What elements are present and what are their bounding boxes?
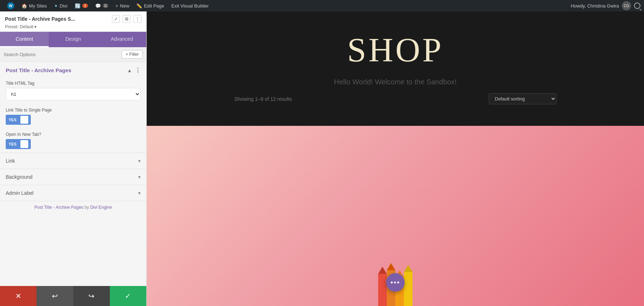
filter-button[interactable]: + Filter xyxy=(122,50,143,59)
search-bar: + Filter xyxy=(0,47,146,62)
new-button[interactable]: + New xyxy=(112,0,133,11)
left-panel: Post Title - Archive Pages S... ⤢ ⊞ ⋮ Pr… xyxy=(0,11,147,306)
bottom-action-bar: ✕ ↩ ↪ ✓ xyxy=(0,286,146,306)
preview-area: SHOP Hello World! Welcome to the Sandbox… xyxy=(147,11,644,306)
shop-meta-bar: Showing 1–9 of 12 results Default sortin… xyxy=(234,93,556,104)
comments-button[interactable]: 💬 0 xyxy=(92,0,112,11)
admin-bar-left: W 🏠 My Sites ✦ Divi 🔄 3 💬 0 + New ✏️ Edi… xyxy=(4,0,571,11)
panel-title: Post Title - Archive Pages S... xyxy=(5,16,75,22)
footer-author-link[interactable]: Divi Engine xyxy=(90,205,112,210)
open-in-new-tab-toggle[interactable]: YES xyxy=(6,139,31,149)
admin-bar-right: Howdy, Christina Gwira CG xyxy=(571,1,640,10)
divi-button[interactable]: ✦ Divi xyxy=(50,0,71,11)
preview-hero: SHOP Hello World! Welcome to the Sandbox… xyxy=(147,11,644,126)
toggle-handle-2 xyxy=(20,140,28,148)
background-section-header[interactable]: Background ▾ xyxy=(0,169,146,185)
footer-module-link[interactable]: Post Title - Archive Pages xyxy=(34,205,83,210)
wordpress-logo-button[interactable]: W xyxy=(4,0,18,11)
admin-label-chevron-icon: ▾ xyxy=(138,190,141,196)
shop-results: Showing 1–9 of 12 results xyxy=(234,96,292,102)
panel-content: Post Title - Archive Pages ▲ ⋮ Title HTM… xyxy=(0,62,146,286)
toggle-yes-label-2: YES xyxy=(6,139,19,149)
shop-subtitle: Hello World! Welcome to the Sandbox! xyxy=(334,78,457,86)
pencil-tip-red xyxy=(378,267,387,274)
tab-advanced[interactable]: Advanced xyxy=(98,32,146,47)
preset-selector[interactable]: Preset: Default ▾ xyxy=(5,24,141,29)
link-title-toggle[interactable]: YES xyxy=(6,115,31,125)
my-sites-button[interactable]: 🏠 My Sites xyxy=(18,0,50,11)
link-title-toggle-row: YES xyxy=(6,115,141,125)
floating-menu-button[interactable]: ••• xyxy=(386,273,405,292)
tab-content[interactable]: Content xyxy=(0,32,49,47)
title-html-tag-select[interactable]: h1 h2 h3 h4 h5 h6 p span xyxy=(6,88,141,100)
tab-design[interactable]: Design xyxy=(49,32,97,47)
shop-title: SHOP xyxy=(347,33,443,67)
link-title-label: Link Title to Single Page xyxy=(6,108,141,113)
search-input[interactable] xyxy=(4,52,119,57)
toggle-yes-label: YES xyxy=(6,115,19,125)
background-chevron-icon: ▾ xyxy=(138,174,141,180)
howdy-text: Howdy, Christina Gwira xyxy=(571,3,619,9)
wp-admin-bar: W 🏠 My Sites ✦ Divi 🔄 3 💬 0 + New ✏️ Edi… xyxy=(0,0,644,11)
admin-label-section-header[interactable]: Admin Label ▾ xyxy=(0,185,146,201)
search-icon[interactable] xyxy=(634,3,640,9)
user-avatar: CG xyxy=(622,1,631,10)
title-html-tag-field: Title HTML Tag h1 h2 h3 h4 h5 h6 p span xyxy=(0,77,146,104)
undo-button[interactable]: ↩ xyxy=(36,286,73,306)
title-html-tag-label: Title HTML Tag xyxy=(6,81,141,86)
pencil-body-red xyxy=(378,274,387,306)
section-collapse-icon[interactable]: ▲ xyxy=(127,68,132,73)
wordpress-icon: W xyxy=(7,2,14,9)
save-button[interactable]: ✓ xyxy=(110,286,146,306)
pencil-tip-yellow xyxy=(404,265,413,272)
expand-icon[interactable]: ⤢ xyxy=(112,15,120,23)
exit-visual-builder-button[interactable]: Exit Visual Builder xyxy=(168,0,213,11)
notifications-button[interactable]: 🔄 3 xyxy=(71,0,92,11)
admin-label-section: Admin Label ▾ xyxy=(0,185,146,201)
panel-footer: Post Title - Archive Pages by Divi Engin… xyxy=(0,201,146,213)
link-section: Link ▾ xyxy=(0,153,146,169)
pencil-red xyxy=(378,267,387,306)
open-in-new-tab-field: Open In New Tab? YES xyxy=(0,128,146,153)
redo-button[interactable]: ↪ xyxy=(73,286,110,306)
panel-header: Post Title - Archive Pages S... ⤢ ⊞ ⋮ Pr… xyxy=(0,11,146,32)
tabs-bar: Content Design Advanced xyxy=(0,32,146,47)
panel-title-row: Post Title - Archive Pages S... ⤢ ⊞ ⋮ xyxy=(5,15,141,23)
cancel-button[interactable]: ✕ xyxy=(0,286,36,306)
product-image-area: ••• xyxy=(147,126,644,306)
grid-icon[interactable]: ⊞ xyxy=(123,15,131,23)
toggle-handle xyxy=(20,116,28,124)
section-header-icons: ▲ ⋮ xyxy=(127,67,141,74)
pencil-tip-orange xyxy=(387,263,395,270)
admin-label-section-label: Admin Label xyxy=(6,190,34,196)
background-section: Background ▾ xyxy=(0,169,146,185)
open-in-new-tab-label: Open In New Tab? xyxy=(6,132,141,137)
link-section-header[interactable]: Link ▾ xyxy=(0,153,146,169)
open-in-new-tab-toggle-row: YES xyxy=(6,139,141,149)
link-title-field: Link Title to Single Page YES xyxy=(0,104,146,128)
edit-page-button[interactable]: ✏️ Edit Page xyxy=(133,0,167,11)
sort-select[interactable]: Default sorting Sort by popularity Sort … xyxy=(489,93,556,104)
panel-header-icons: ⤢ ⊞ ⋮ xyxy=(112,15,141,23)
comments-badge: 0 xyxy=(103,4,108,8)
section-header: Post Title - Archive Pages ▲ ⋮ xyxy=(0,62,146,77)
product-background: ••• xyxy=(147,126,644,306)
link-section-label: Link xyxy=(6,158,15,164)
notifications-badge: 3 xyxy=(82,4,88,8)
section-more-icon[interactable]: ⋮ xyxy=(135,67,141,74)
main-layout: Post Title - Archive Pages S... ⤢ ⊞ ⋮ Pr… xyxy=(0,11,644,306)
more-options-icon[interactable]: ⋮ xyxy=(133,15,141,23)
pencil-body-yellow xyxy=(404,272,413,306)
link-chevron-icon: ▾ xyxy=(138,158,141,164)
background-section-label: Background xyxy=(6,174,33,180)
section-title: Post Title - Archive Pages xyxy=(6,67,71,73)
floating-menu-dots-icon: ••• xyxy=(390,278,400,287)
pencil-yellow xyxy=(404,265,413,306)
